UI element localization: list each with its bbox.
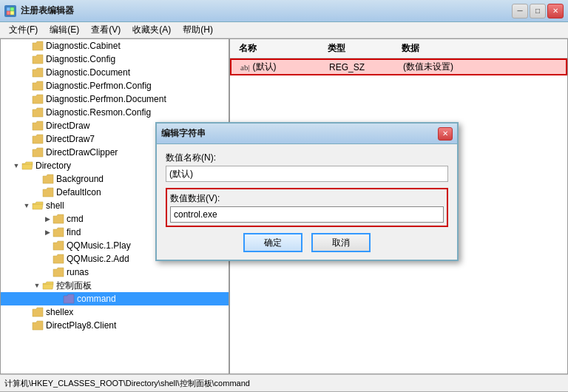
app-icon [4,5,16,17]
folder-icon [32,107,44,118]
tree-label: cmd [67,214,84,224]
tree-label: Diagnostic.Resmon.Config [46,107,151,118]
menu-bar: 文件(F) 编辑(E) 查看(V) 收藏夹(A) 帮助(H) [0,22,568,38]
tree-item-diagnostic-perfmon-config[interactable]: Diagnostic.Perfmon.Config [1,79,229,92]
field1-input[interactable] [166,166,448,182]
tree-label: command [77,294,116,304]
title-bar: 注册表编辑器 ─ □ ✕ [0,0,568,22]
window-controls: ─ □ ✕ [512,4,564,18]
svg-rect-3 [10,11,14,15]
folder-icon [32,134,44,144]
tree-label: Diagnostic.Perfmon.Config [46,81,152,91]
registry-row-data: (数值未设置) [397,61,563,73]
tree-arrow-directory: ▼ [11,162,21,169]
dialog-buttons: 确定 取消 [166,233,448,252]
tree-item-diagnostic-cabinet[interactable]: Diagnostic.Cabinet [1,39,229,53]
col-header-data: 数据 [396,41,564,56]
ab-icon: ab| [240,63,250,72]
tree-label: Diagnostic.Document [46,67,130,78]
field1-label: 数值名称(N): [166,152,448,164]
tree-label: DirectPlay8.Client [46,320,116,331]
field2-group: 数值数据(V): [166,188,448,227]
svg-rect-1 [10,7,14,11]
tree-label: Background [56,174,104,184]
svg-rect-0 [7,7,10,11]
folder-open-icon [21,160,33,171]
col-header-type: 类型 [322,41,396,56]
tree-arrow-find: ▶ [42,229,53,236]
dialog-title: 编辑字符串 [161,127,438,140]
tree-label: find [67,227,81,237]
menu-edit[interactable]: 编辑(E) [44,22,85,38]
tree-label: Diagnostic.Cabinet [46,41,121,51]
menu-favorites[interactable]: 收藏夹(A) [126,22,177,38]
folder-icon [53,214,64,224]
folder-open-icon [42,280,54,291]
svg-rect-2 [7,11,10,15]
tree-label: DefaultIcon [56,187,101,197]
tree-item-command[interactable]: command [1,292,229,305]
registry-row-name: ab| (默认) [234,61,323,73]
tree-arrow-shell: ▼ [21,202,32,209]
tree-label: shellex [46,307,73,317]
close-button[interactable]: ✕ [547,4,564,18]
folder-icon [53,254,64,264]
tree-item-diagnostic-document[interactable]: Diagnostic.Document [1,66,229,79]
folder-icon [32,320,44,331]
tree-arrow-cmd: ▶ [42,215,53,223]
registry-row-default[interactable]: ab| (默认) REG_SZ (数值未设置) [230,58,567,75]
folder-icon [32,41,44,51]
folder-icon [32,147,44,158]
folder-icon [42,174,54,184]
tree-label: Diagnostic.Config [46,54,115,64]
status-bar: 计算机\HKEY_CLASSES_ROOT\Directory\shell\控制… [0,374,568,392]
registry-name-label: (默认) [253,61,277,73]
folder-icon [32,94,44,104]
ok-button[interactable]: 确定 [243,233,302,252]
tree-item-shellex[interactable]: shellex [1,305,229,319]
window-title: 注册表编辑器 [21,4,512,17]
tree-label: QQMusic.1.Play [67,240,131,251]
tree-label: 控制面板 [56,280,92,292]
tree-label: shell [46,200,64,211]
tree-item-directplay8[interactable]: DirectPlay8.Client [1,319,229,332]
dialog-body: 数值名称(N): 数值数据(V): 确定 取消 [157,144,457,260]
folder-icon [42,187,54,197]
tree-label: Diagnostic.Perfmon.Document [46,94,166,104]
tree-label: QQMusic.2.Add [67,254,129,264]
menu-help[interactable]: 帮助(H) [177,22,219,38]
folder-icon [53,267,64,277]
dialog-close-button[interactable]: ✕ [438,127,453,141]
tree-item-diagnostic-config[interactable]: Diagnostic.Config [1,53,229,66]
folder-icon [32,307,44,317]
folder-icon [32,67,44,78]
status-text: 计算机\HKEY_CLASSES_ROOT\Directory\shell\控制… [4,378,250,389]
menu-view[interactable]: 查看(V) [85,22,126,38]
folder-icon [32,81,44,91]
edit-string-dialog: 编辑字符串 ✕ 数值名称(N): 数值数据(V): 确定 取消 [155,122,459,261]
tree-item-diagnostic-resmon[interactable]: Diagnostic.Resmon.Config [1,106,229,119]
field2-input[interactable] [170,206,444,223]
folder-icon [53,227,64,237]
col-header-name: 名称 [233,41,322,56]
tree-arrow-control: ▼ [32,282,42,289]
tree-label: DirectDraw7 [46,134,95,144]
menu-file[interactable]: 文件(F) [3,22,44,38]
registry-row-type: REG_SZ [323,62,397,72]
folder-open-icon [32,200,44,211]
folder-icon [32,121,44,131]
maximize-button[interactable]: □ [530,4,546,18]
cancel-button[interactable]: 取消 [311,233,371,252]
tree-label: runas [67,267,89,277]
dialog-title-bar: 编辑字符串 ✕ [157,124,457,144]
tree-item-runas[interactable]: runas [1,266,229,279]
field2-label: 数值数据(V): [170,192,444,205]
tree-label: DirectDraw [46,121,89,131]
folder-icon [32,54,44,64]
tree-item-control-panel[interactable]: ▼ 控制面板 [1,279,229,292]
minimize-button[interactable]: ─ [512,4,528,18]
folder-selected-icon [63,294,75,304]
folder-icon [53,240,64,251]
tree-item-diagnostic-perfmon-doc[interactable]: Diagnostic.Perfmon.Document [1,92,229,106]
tree-label: DirectDrawClipper [46,147,118,158]
